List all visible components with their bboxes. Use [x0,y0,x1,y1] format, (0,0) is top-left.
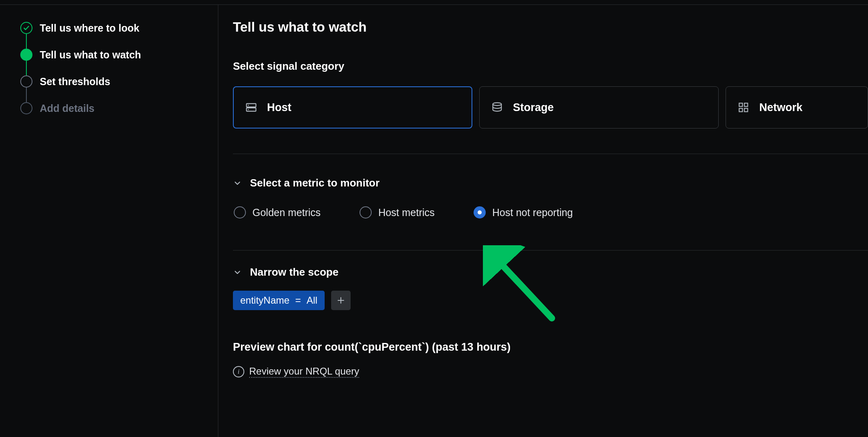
radio-label: Host metrics [378,207,435,218]
circle-outline-icon [20,75,32,88]
svg-point-4 [493,103,502,105]
step-connector [26,34,27,49]
network-icon [737,101,750,114]
category-label: Network [759,101,803,114]
radio-unchecked-icon [360,206,372,218]
add-filter-button[interactable] [331,291,351,310]
storage-icon [491,101,503,114]
scope-section-title: Narrow the scope [250,266,338,278]
signal-category-options: Host Storage [233,86,868,129]
page-title: Tell us what to watch [233,19,868,35]
category-label: Host [267,101,291,114]
metric-radio-group: Golden metrics Host metrics Host not rep… [233,206,868,218]
step-connector [26,88,27,102]
circle-filled-icon [20,49,32,61]
svg-rect-0 [246,104,256,107]
signal-category-label: Select signal category [233,60,868,73]
step-label: Add details [40,103,95,114]
step-set-thresholds[interactable]: Set thresholds [20,75,218,88]
filter-chip-entityname[interactable]: entityName = All [233,291,325,310]
wizard-steps-sidebar: Tell us where to look Tell us what to wa… [0,5,218,437]
radio-unchecked-icon [234,206,246,218]
main-content: Tell us what to watch Select signal cate… [218,5,868,437]
svg-rect-6 [744,103,747,107]
category-label: Storage [513,101,554,114]
radio-host-not-reporting[interactable]: Host not reporting [474,206,573,218]
check-circle-icon [20,22,32,34]
filter-field: entityName [240,295,289,306]
chevron-down-icon [233,268,242,277]
review-nrql-link[interactable]: Review your NRQL query [249,366,359,378]
plus-icon [336,296,346,305]
info-icon: i [233,366,244,377]
step-label: Set thresholds [40,76,110,88]
step-label: Tell us where to look [40,22,139,34]
step-label: Tell us what to watch [40,49,141,61]
svg-rect-1 [246,108,256,111]
radio-host-metrics[interactable]: Host metrics [360,206,435,218]
host-icon [245,101,257,114]
preview-chart-title: Preview chart for count(`cpuPercent`) (p… [233,341,868,353]
metric-section-title: Select a metric to monitor [250,177,379,189]
review-nrql-row: i Review your NRQL query [233,366,868,378]
category-card-network[interactable]: Network [726,86,868,129]
step-what-to-watch[interactable]: Tell us what to watch [20,49,218,61]
svg-rect-8 [744,108,747,111]
circle-outline-icon [20,102,32,114]
step-connector [26,61,27,75]
svg-rect-7 [739,108,743,111]
category-card-host[interactable]: Host [233,86,472,129]
filter-value: All [306,295,317,306]
radio-checked-icon [474,206,486,218]
radio-golden-metrics[interactable]: Golden metrics [234,206,321,218]
scope-section-header[interactable]: Narrow the scope [233,266,868,278]
filter-operator: = [295,295,301,306]
scope-filters: entityName = All [233,291,868,310]
step-add-details[interactable]: Add details [20,102,218,114]
step-where-to-look[interactable]: Tell us where to look [20,22,218,34]
metric-section-header[interactable]: Select a metric to monitor [233,177,868,189]
svg-rect-5 [739,103,743,107]
chevron-down-icon [233,179,242,188]
category-card-storage[interactable]: Storage [479,86,719,129]
radio-label: Golden metrics [252,207,321,218]
radio-label: Host not reporting [492,207,573,218]
